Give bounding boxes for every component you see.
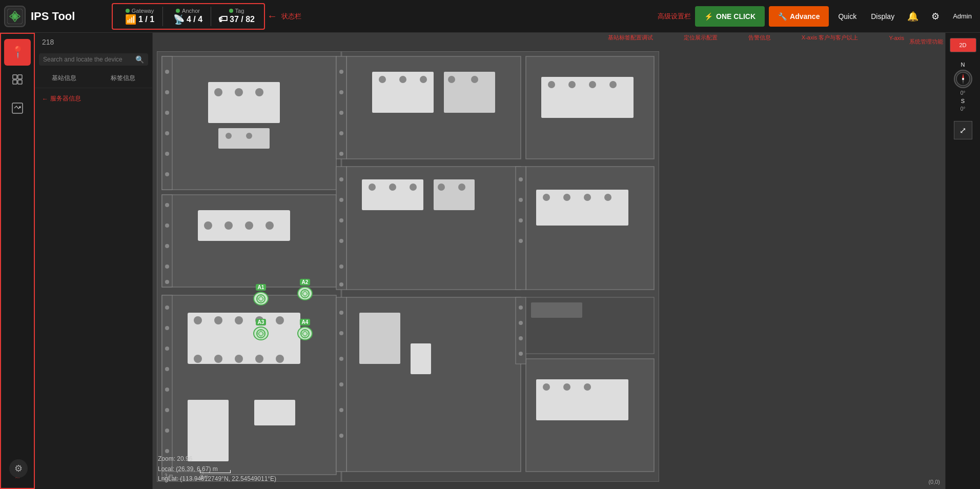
- sidebar-item-device-list[interactable]: [4, 68, 31, 94]
- main-layout: 📍 基础菜单单栏 ←: [0, 33, 980, 489]
- svg-point-14: [235, 88, 243, 96]
- quick-button[interactable]: Quick: [833, 8, 862, 25]
- svg-point-99: [563, 194, 570, 201]
- anchor-a2-icon: [297, 287, 313, 300]
- svg-point-53: [165, 367, 169, 371]
- svg-point-1: [13, 14, 17, 18]
- svg-point-98: [543, 194, 550, 201]
- compass-circle: [954, 70, 972, 88]
- svg-point-56: [165, 429, 169, 433]
- compass-south-deg: 0°: [961, 106, 966, 112]
- one-click-icon: ⚡: [704, 12, 713, 21]
- svg-point-43: [276, 316, 284, 324]
- search-input[interactable]: [43, 56, 132, 63]
- right-panel: 系统管理功能 2D N 0° S 0° ⤢: [945, 33, 980, 489]
- admin-label[interactable]: Admin: [949, 10, 976, 22]
- svg-point-138: [962, 78, 964, 80]
- scale-bar: [200, 470, 231, 473]
- svg-point-33: [165, 223, 169, 228]
- tag-dot: [229, 9, 233, 13]
- svg-point-64: [379, 76, 386, 83]
- advance-icon: 🔧: [778, 12, 787, 21]
- gateway-dot: [126, 9, 130, 13]
- svg-point-104: [519, 198, 523, 202]
- svg-point-78: [568, 81, 576, 88]
- svg-point-22: [165, 131, 169, 135]
- svg-point-86: [410, 184, 417, 191]
- svg-point-15: [255, 88, 263, 96]
- svg-rect-18: [162, 56, 172, 190]
- tag-label: Tag: [229, 8, 244, 14]
- anchor-a4[interactable]: A4: [294, 319, 316, 340]
- mode-2d-button[interactable]: 2D: [950, 38, 976, 52]
- svg-point-126: [519, 352, 523, 356]
- svg-point-54: [165, 388, 169, 392]
- svg-point-55: [165, 408, 169, 412]
- svg-point-35: [165, 264, 169, 269]
- coord-label: (0,0): [928, 479, 940, 485]
- sidebar-item-map-settings[interactable]: [4, 96, 31, 123]
- scale-label: 3 m: [200, 474, 231, 480]
- svg-point-13: [214, 88, 222, 96]
- zoom-info: Zoom: 20.96: [158, 454, 276, 464]
- anchor-a1-icon: [253, 292, 269, 305]
- settings-bottom-button[interactable]: ⚙: [9, 459, 28, 478]
- svg-point-85: [389, 184, 396, 191]
- svg-point-30: [266, 221, 274, 230]
- one-click-button[interactable]: ⚡ ONE CLICK: [695, 6, 765, 27]
- map-settings-icon: [11, 102, 24, 117]
- anchor-status: Anchor 📡 4 / 4: [165, 7, 211, 26]
- anchor-a1[interactable]: A1: [250, 284, 272, 305]
- svg-point-123: [519, 305, 523, 310]
- svg-point-119: [543, 383, 550, 391]
- svg-point-17: [246, 133, 252, 139]
- svg-rect-58: [188, 400, 229, 461]
- svg-point-7: [19, 106, 21, 108]
- annotation-base-station-config: 基站标签配置调试: [608, 34, 653, 42]
- svg-point-29: [245, 221, 253, 230]
- map-area[interactable]: 基站标签配置调试 定位展示配置 告警信息 X-axis 客户与客户以上 Y-ax…: [153, 33, 945, 489]
- svg-point-40: [214, 316, 222, 324]
- svg-point-111: [339, 311, 343, 315]
- svg-point-68: [471, 76, 478, 83]
- floor-plan-svg: 3 m: [157, 51, 659, 482]
- svg-point-45: [214, 355, 222, 363]
- svg-point-87: [438, 184, 445, 191]
- sidebar: 📍 基础菜单单栏 ←: [0, 33, 35, 489]
- gateway-value: 📶 1 / 1: [125, 14, 154, 25]
- compass-south: S: [961, 98, 965, 104]
- svg-point-73: [339, 131, 343, 135]
- svg-point-65: [399, 76, 406, 83]
- app-logo-icon: [4, 6, 26, 27]
- search-icon[interactable]: 🔍: [135, 55, 144, 64]
- svg-point-80: [609, 81, 617, 88]
- tab-tag-info[interactable]: 标签信息: [94, 70, 153, 88]
- anchor-a3[interactable]: A3: [250, 319, 272, 340]
- sidebar-item-realtime[interactable]: 📍: [4, 39, 31, 66]
- anchor-a2[interactable]: A2: [294, 279, 316, 300]
- svg-point-48: [276, 355, 284, 363]
- settings-button[interactable]: ⚙: [926, 7, 945, 26]
- advance-button[interactable]: 🔧 Advance: [769, 6, 829, 27]
- display-button[interactable]: Display: [866, 8, 900, 25]
- svg-rect-6: [12, 103, 23, 113]
- annotation-yaxis: Y-axis: [889, 35, 904, 41]
- anchor-label: Anchor: [176, 8, 200, 14]
- notification-button[interactable]: 🔔: [904, 7, 922, 26]
- fullscreen-button[interactable]: ⤢: [954, 121, 972, 139]
- header: IPS Tool Gateway 📶 1 / 1 Anchor 📡 4 / 4: [0, 0, 980, 33]
- tab-base-station[interactable]: 基站信息: [35, 70, 94, 88]
- svg-rect-4: [13, 80, 17, 84]
- svg-point-57: [165, 449, 169, 453]
- svg-point-116: [339, 434, 343, 438]
- svg-point-51: [165, 326, 169, 330]
- device-list-icon: [11, 73, 24, 89]
- svg-rect-108: [359, 313, 400, 364]
- svg-rect-89: [336, 167, 346, 290]
- tag-status: Tag 🏷 37 / 82: [213, 7, 260, 26]
- svg-point-77: [548, 81, 555, 88]
- svg-point-34: [165, 244, 169, 248]
- svg-point-19: [165, 70, 169, 74]
- svg-point-115: [339, 408, 343, 412]
- svg-point-112: [339, 331, 343, 335]
